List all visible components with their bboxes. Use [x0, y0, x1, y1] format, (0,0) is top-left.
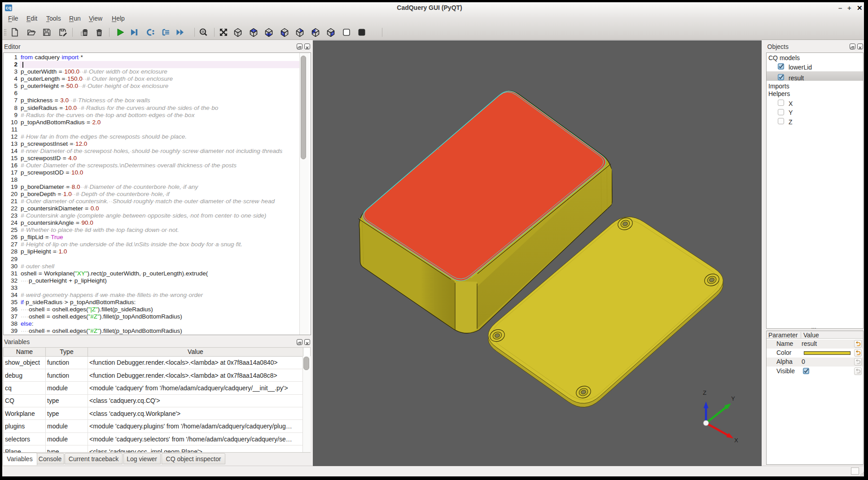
- svg-text:X: X: [734, 437, 738, 444]
- svg-text:Z: Z: [703, 389, 706, 396]
- svg-text:Y: Y: [731, 395, 735, 402]
